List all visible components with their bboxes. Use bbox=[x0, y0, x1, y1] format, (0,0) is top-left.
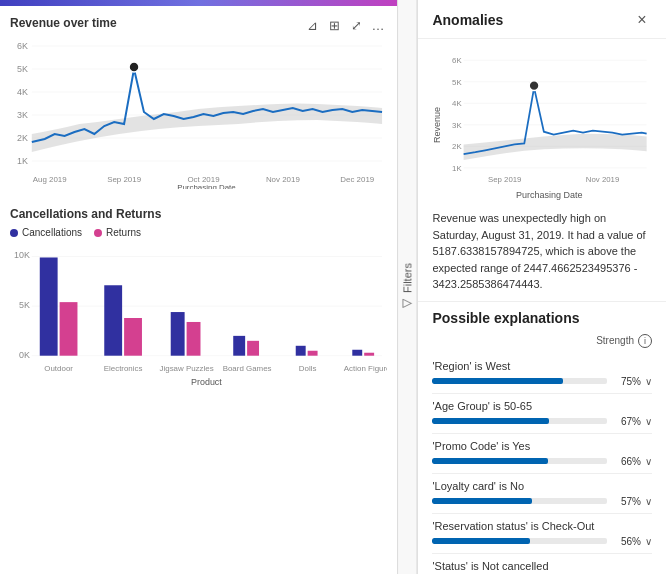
svg-rect-25 bbox=[40, 257, 58, 355]
svg-rect-31 bbox=[233, 336, 245, 356]
explanation-label-4: 'Reservation status' is Check-Out bbox=[432, 520, 652, 532]
svg-rect-36 bbox=[364, 353, 374, 356]
explanation-bar-fill-0 bbox=[432, 378, 563, 384]
explanation-bar-fill-3 bbox=[432, 498, 531, 504]
svg-text:3K: 3K bbox=[17, 110, 28, 120]
revenue-chart-container: ⊿ ⊞ ⤢ … Revenue over time 6K 5K 4K 3K 2K… bbox=[0, 6, 397, 199]
cancellations-label: Cancellations bbox=[22, 227, 82, 238]
anomaly-description: Revenue was unexpectedly high on Saturda… bbox=[418, 210, 666, 302]
svg-text:2K: 2K bbox=[17, 133, 28, 143]
svg-rect-34 bbox=[308, 351, 318, 356]
svg-text:Purchasing Date: Purchasing Date bbox=[177, 183, 236, 189]
svg-text:Nov 2019: Nov 2019 bbox=[266, 175, 300, 184]
explanation-item-4: 'Reservation status' is Check-Out 56% ∨ bbox=[432, 514, 652, 554]
explanation-bar-row-2: 66% ∨ bbox=[432, 456, 652, 467]
bar-chart-container: Cancellations and Returns Cancellations … bbox=[0, 199, 397, 391]
explanation-pct-2: 66% bbox=[613, 456, 641, 467]
svg-rect-28 bbox=[124, 318, 142, 356]
info-icon[interactable]: i bbox=[638, 334, 652, 348]
explanation-bar-wrap-0 bbox=[432, 378, 607, 384]
strength-label: Strength bbox=[596, 335, 634, 346]
revenue-chart: 6K 5K 4K 3K 2K 1K Aug bbox=[10, 34, 387, 194]
filters-strip[interactable]: ▽ Filters bbox=[398, 0, 417, 574]
svg-text:5K: 5K bbox=[19, 300, 30, 310]
svg-text:1K: 1K bbox=[453, 164, 463, 173]
explanation-bar-row-1: 67% ∨ bbox=[432, 416, 652, 427]
svg-text:10K: 10K bbox=[14, 250, 30, 260]
svg-text:1K: 1K bbox=[17, 156, 28, 166]
svg-text:6K: 6K bbox=[17, 41, 28, 51]
returns-dot bbox=[94, 229, 102, 237]
more-icon[interactable]: … bbox=[369, 16, 387, 34]
svg-rect-32 bbox=[247, 341, 259, 356]
anomalies-header: Anomalies × bbox=[418, 0, 666, 39]
svg-text:Dolls: Dolls bbox=[299, 364, 317, 373]
possible-explanations: Possible explanations Strength i 'Region… bbox=[418, 302, 666, 575]
explanation-bar-row-0: 75% ∨ bbox=[432, 376, 652, 387]
svg-rect-30 bbox=[187, 322, 201, 356]
filters-funnel-icon: ▽ bbox=[400, 299, 414, 308]
svg-point-12 bbox=[129, 62, 139, 72]
explanation-label-3: 'Loyalty card' is No bbox=[432, 480, 652, 492]
pe-strength-header: Strength i bbox=[432, 334, 652, 348]
svg-rect-26 bbox=[60, 302, 78, 356]
explanation-row-right-2: 66% ∨ bbox=[613, 456, 652, 467]
chart-legend: Cancellations Returns bbox=[10, 227, 387, 238]
svg-text:Electronics: Electronics bbox=[104, 364, 143, 373]
svg-text:Product: Product bbox=[191, 377, 222, 387]
explanation-chevron-4[interactable]: ∨ bbox=[645, 536, 652, 547]
explanation-chevron-1[interactable]: ∨ bbox=[645, 416, 652, 427]
chart-toolbar: ⊿ ⊞ ⤢ … bbox=[303, 16, 387, 34]
close-button[interactable]: × bbox=[632, 10, 652, 30]
explanation-bar-row-3: 57% ∨ bbox=[432, 496, 652, 507]
explanation-chevron-0[interactable]: ∨ bbox=[645, 376, 652, 387]
explanation-bar-wrap-2 bbox=[432, 458, 607, 464]
a-y-axis-label: Revenue bbox=[432, 107, 442, 143]
explanation-item-1: 'Age Group' is 50-65 67% ∨ bbox=[432, 394, 652, 434]
filters-label: Filters bbox=[401, 263, 413, 293]
left-panel: ⊿ ⊞ ⤢ … Revenue over time 6K 5K 4K 3K 2K… bbox=[0, 0, 398, 574]
explanation-bar-wrap-3 bbox=[432, 498, 607, 504]
focus-icon[interactable]: ⤢ bbox=[347, 16, 365, 34]
explanation-label-0: 'Region' is West bbox=[432, 360, 652, 372]
filter-icon[interactable]: ⊿ bbox=[303, 16, 321, 34]
explanation-pct-0: 75% bbox=[613, 376, 641, 387]
returns-label: Returns bbox=[106, 227, 141, 238]
explanation-chevron-3[interactable]: ∨ bbox=[645, 496, 652, 507]
a-x-axis-title: Purchasing Date bbox=[446, 190, 652, 200]
explanation-pct-1: 67% bbox=[613, 416, 641, 427]
anomalies-title: Anomalies bbox=[432, 12, 503, 28]
svg-rect-29 bbox=[171, 312, 185, 356]
svg-rect-27 bbox=[104, 285, 122, 355]
explanation-bar-fill-2 bbox=[432, 458, 547, 464]
explanation-item-5: 'Status' is Not cancelled 56% ∨ bbox=[432, 554, 652, 575]
table-icon[interactable]: ⊞ bbox=[325, 16, 343, 34]
explanation-label-2: 'Promo Code' is Yes bbox=[432, 440, 652, 452]
explanation-label-1: 'Age Group' is 50-65 bbox=[432, 400, 652, 412]
explanation-pct-3: 57% bbox=[613, 496, 641, 507]
bar-chart: 10K 5K 0K bbox=[10, 246, 387, 386]
svg-text:3K: 3K bbox=[453, 121, 463, 130]
svg-text:6K: 6K bbox=[453, 56, 463, 65]
explanation-chevron-2[interactable]: ∨ bbox=[645, 456, 652, 467]
svg-rect-35 bbox=[352, 350, 362, 356]
explanation-bar-row-4: 56% ∨ bbox=[432, 536, 652, 547]
svg-text:Board Games: Board Games bbox=[223, 364, 272, 373]
svg-text:Sep 2019: Sep 2019 bbox=[107, 175, 141, 184]
svg-text:5K: 5K bbox=[17, 64, 28, 74]
svg-text:4K: 4K bbox=[17, 87, 28, 97]
explanation-item-3: 'Loyalty card' is No 57% ∨ bbox=[432, 474, 652, 514]
anomalies-chart-area: Revenue 6K 5K 4K 3K 2K 1K bbox=[418, 39, 666, 210]
svg-text:Dec 2019: Dec 2019 bbox=[340, 175, 374, 184]
svg-text:Aug 2019: Aug 2019 bbox=[33, 175, 67, 184]
explanation-label-5: 'Status' is Not cancelled bbox=[432, 560, 652, 572]
explanation-pct-4: 56% bbox=[613, 536, 641, 547]
explanation-bar-fill-4 bbox=[432, 538, 530, 544]
explanation-row-right-3: 57% ∨ bbox=[613, 496, 652, 507]
explanation-bar-wrap-1 bbox=[432, 418, 607, 424]
svg-text:4K: 4K bbox=[453, 99, 463, 108]
svg-text:2K: 2K bbox=[453, 142, 463, 151]
pe-title: Possible explanations bbox=[432, 310, 652, 326]
svg-text:Outdoor: Outdoor bbox=[44, 364, 73, 373]
explanation-bar-wrap-4 bbox=[432, 538, 607, 544]
